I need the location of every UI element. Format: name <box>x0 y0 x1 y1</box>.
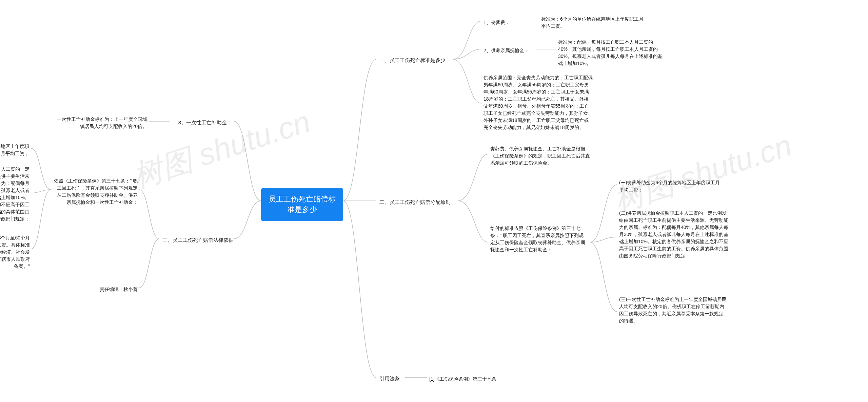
s1-item1-desc: 标准为：6个月的单位所在统筹地区上年度职工月平均工资。 <box>539 14 648 31</box>
left-s3b-d1: (一)丧葬补助金为6个月的统筹地区上年度职工月平均工资； <box>0 142 31 158</box>
left-s3b-sub: 依照《工伤保险条例》第三十七条：" 职工因工死亡，其直系亲属按照下列规定从工伤保… <box>51 176 140 207</box>
section-4-title: 引用法条 <box>377 374 405 384</box>
watermark: 树图 shutu.cn <box>127 101 315 198</box>
s1-item2-label: 2、供养亲属抚恤金： <box>481 46 536 56</box>
left-s3b-title: 三、员工工伤死亡赔偿法律依据 <box>159 235 236 246</box>
s2-sub-label: 给付的标准依照《工伤保险条例》第三十七条：" 职工因工死亡，其直系亲属按照下列规… <box>488 224 590 255</box>
s1-item1-label: 1、丧葬费： <box>481 18 519 27</box>
s2-intro: 丧葬费、供养亲属抚恤金、工亡补助金是根据《工伤保险条例》的规定，职工因工死亡后其… <box>488 144 595 168</box>
watermark: 树图 shutu.cn <box>608 125 797 221</box>
left-s3b-d2: (二)供养亲属抚恤金按照职工本人工资的一定比例发给由因工死亡职工生前提供主要生活… <box>0 164 32 224</box>
section-1-title: 一、员工工伤死亡标准是多少 <box>377 55 454 66</box>
left-editor: 责任编辑：秋小葵 <box>95 284 140 294</box>
s2-d1: (一)丧葬补助金为6个月的统筹地区上年度职工月平均工资； <box>617 178 726 195</box>
s2-d2: (二)供养亲属抚恤金按照职工本人工资的一定比例发给由因工死亡职工生前提供主要生活… <box>617 208 731 261</box>
s2-d3: (三)一次性工亡补助金标准为上一年度全国城镇居民人均可支配收入的20倍。伤残职工… <box>617 295 729 326</box>
mindmap-canvas: 树图 shutu.cn 树图 shutu.cn <box>0 0 868 402</box>
left-s3-title: 3、一次性工亡补助金： <box>168 118 234 128</box>
s4-ref: [1]《工伤保险条例》第三十七条 <box>427 374 515 384</box>
s1-item3-desc: 供养亲属范围：完全丧失劳动能力的；工亡职工配偶男年满60周岁、女年满55周岁的；… <box>481 73 595 132</box>
center-node: 员工工伤死亡赔偿标准是多少 <box>261 188 343 221</box>
left-s3-desc: 一次性工亡补助金标准为：上一年度全国城镇居民人均可支配收入的20倍。 <box>54 114 149 131</box>
left-s3b-d3: (三)一次性工亡补助金标准为48个月至60个月的统筹地区上年度职工月平均工资。具… <box>0 233 32 271</box>
section-2-title: 二、员工工伤死亡赔偿分配原则 <box>377 197 459 208</box>
s1-item2-desc: 标准为：配偶，每月按工亡职工本人月工资的40%；其他亲属，每月按工亡职工本人月工… <box>556 37 666 68</box>
